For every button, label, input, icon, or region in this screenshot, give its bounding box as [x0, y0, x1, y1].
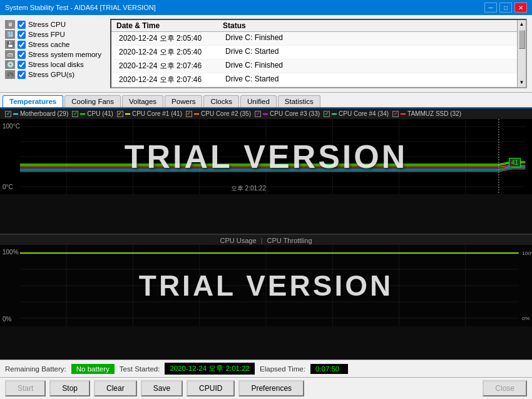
- legend-check-motherboard[interactable]: ✓: [5, 111, 11, 117]
- cpu-throttling-label: CPU Throttling: [267, 237, 312, 244]
- stress-fpu-label: Stress FPU: [28, 31, 65, 38]
- scroll-down-arrow[interactable]: ▼: [519, 78, 524, 87]
- temp-x-time: 오후 2:01:22: [231, 184, 266, 193]
- legend-dot-core4: [332, 113, 337, 115]
- cpu-y-top: 100%: [3, 249, 19, 256]
- log-datetime-0: 2020-12-24 오후 2:05:40: [116, 33, 223, 44]
- tab-cooling-fans[interactable]: Cooling Fans: [64, 95, 121, 107]
- disk-icon: 💿: [5, 60, 15, 69]
- elapsed-value: 0:07:50: [310, 364, 348, 374]
- battery-value: No battery: [71, 364, 115, 374]
- stress-cpu-checkbox[interactable]: [18, 21, 26, 29]
- legend-dot-cpu: [80, 113, 85, 115]
- preferences-button[interactable]: Preferences: [238, 380, 304, 396]
- stress-gpu-label: Stress GPU(s): [28, 71, 74, 78]
- temp-value-badge: 41: [509, 158, 521, 167]
- pipe-separator: |: [261, 237, 265, 244]
- tab-unified[interactable]: Unified: [240, 95, 277, 107]
- tab-clocks[interactable]: Clocks: [203, 95, 239, 107]
- stress-memory-label: Stress system memory: [28, 51, 101, 58]
- elapsed-label: Elapsed Time:: [260, 365, 305, 373]
- legend-motherboard: ✓ Motherboard (29): [5, 110, 68, 117]
- minimize-button[interactable]: ─: [484, 3, 497, 13]
- log-area: Date & Time Status 2020-12-24 오후 2:05:40…: [110, 19, 527, 88]
- maximize-button[interactable]: □: [499, 3, 512, 13]
- scroll-thumb[interactable]: [519, 30, 525, 49]
- log-datetime-1: 2020-12-24 오후 2:05:40: [116, 46, 223, 58]
- legend-check-core4[interactable]: ✓: [324, 111, 330, 117]
- battery-label: Remaining Battery:: [5, 365, 66, 373]
- tab-powers[interactable]: Powers: [165, 95, 202, 107]
- legend-check-core3[interactable]: ✓: [255, 111, 261, 117]
- cpuid-button[interactable]: CPUID: [187, 380, 235, 396]
- stress-disks-label: Stress local disks: [28, 61, 84, 68]
- stop-button[interactable]: Stop: [49, 380, 90, 396]
- legend-label-core3: CPU Core #3 (33): [270, 110, 320, 117]
- gpu-icon: 🎮: [5, 70, 15, 79]
- svg-text:0%: 0%: [522, 316, 530, 321]
- legend-dot-core1: [125, 113, 130, 115]
- stress-gpu-checkbox[interactable]: [18, 71, 26, 79]
- legend-check-ssd[interactable]: ✓: [392, 111, 399, 117]
- stress-gpu-item: 🎮 Stress GPU(s): [5, 70, 105, 79]
- legend-ssd: ✓ TAMMUZ SSD (32): [392, 110, 461, 117]
- top-section: 🖥 Stress CPU 🔢 Stress FPU 💾 Stress cache…: [0, 15, 532, 93]
- test-started-label: Test Started:: [120, 365, 160, 373]
- stress-cache-checkbox[interactable]: [18, 41, 26, 49]
- tab-statistics[interactable]: Statistics: [278, 95, 320, 107]
- log-row-2: 2020-12-24 오후 2:07:46 Drive C: Finished: [111, 60, 517, 73]
- legend-label-motherboard: Motherboard (29): [20, 110, 68, 117]
- log-datetime-3: 2020-12-24 오후 2:07:46: [116, 74, 223, 86]
- log-status-1: Drive C: Started: [223, 46, 348, 58]
- legend-check-cpu[interactable]: ✓: [72, 111, 78, 117]
- legend-cpu: ✓ CPU (41): [72, 110, 113, 117]
- scroll-up-arrow[interactable]: ▲: [519, 20, 524, 29]
- cpu-chart-title: CPU Usage | CPU Throttling: [0, 235, 532, 245]
- memory-icon: 🗃: [5, 50, 15, 59]
- stress-cache-label: Stress cache: [28, 41, 69, 48]
- close-button[interactable]: Close: [483, 380, 527, 396]
- charts-area: ✓ Motherboard (29) ✓ CPU (41) ✓ CPU Core…: [0, 108, 532, 360]
- log-status-2: Drive C: Finished: [223, 60, 348, 72]
- legend-label-core1: CPU Core #1 (41): [132, 110, 182, 117]
- log-status-0: Drive C: Finished: [223, 33, 348, 44]
- close-button[interactable]: ✕: [514, 3, 527, 13]
- legend-cpu-core1: ✓ CPU Core #1 (41): [117, 110, 182, 117]
- tab-temperatures[interactable]: Temperatures: [3, 95, 63, 107]
- stress-cache-item: 💾 Stress cache: [5, 40, 105, 49]
- legend-dot-core2: [194, 113, 199, 115]
- titlebar-title: System Stability Test - AIDA64 [TRIAL VE…: [5, 4, 156, 11]
- legend-check-core2[interactable]: ✓: [186, 111, 192, 117]
- cpu-icon: 🖥: [5, 20, 15, 29]
- legend-check-core1[interactable]: ✓: [117, 111, 123, 117]
- legend-label-core4: CPU Core #4 (34): [339, 110, 389, 117]
- log-scrollbar[interactable]: ▲ ▼: [517, 20, 526, 87]
- stress-memory-checkbox[interactable]: [18, 51, 26, 59]
- cache-icon: 💾: [5, 40, 15, 49]
- tabs-bar: Temperatures Cooling Fans Voltages Power…: [0, 94, 532, 108]
- stress-fpu-checkbox[interactable]: [18, 31, 26, 39]
- clear-button[interactable]: Clear: [94, 380, 137, 396]
- toolbar: Start Stop Clear Save CPUID Preferences …: [0, 377, 532, 399]
- tab-voltages[interactable]: Voltages: [122, 95, 163, 107]
- stress-disks-checkbox[interactable]: [18, 61, 26, 69]
- legend-label-core2: CPU Core #2 (35): [201, 110, 251, 117]
- stress-memory-item: 🗃 Stress system memory: [5, 50, 105, 59]
- start-button[interactable]: Start: [5, 380, 46, 396]
- legend-dot-ssd: [401, 113, 406, 115]
- legend-dot-core3: [263, 113, 268, 115]
- titlebar: System Stability Test - AIDA64 [TRIAL VE…: [0, 0, 532, 15]
- test-started-value: 2020-12-24 오후 2:01:22: [165, 363, 255, 375]
- stress-options: 🖥 Stress CPU 🔢 Stress FPU 💾 Stress cache…: [5, 19, 105, 88]
- stress-cpu-item: 🖥 Stress CPU: [5, 20, 105, 29]
- temp-chart-legend: ✓ Motherboard (29) ✓ CPU (41) ✓ CPU Core…: [0, 108, 532, 119]
- stress-cpu-label: Stress CPU: [28, 21, 66, 28]
- save-button[interactable]: Save: [141, 380, 183, 396]
- main-window: 🖥 Stress CPU 🔢 Stress FPU 💾 Stress cache…: [0, 15, 532, 399]
- temp-chart-grid: TRIAL VERSION 100°C 0°C 오후 2:01:22 41: [0, 119, 532, 194]
- log-header: Date & Time Status: [111, 20, 517, 32]
- cpu-chart: CPU Usage | CPU Throttling: [0, 235, 532, 360]
- legend-cpu-core3: ✓ CPU Core #3 (33): [255, 110, 320, 117]
- log-row-0: 2020-12-24 오후 2:05:40 Drive C: Finished: [111, 32, 517, 46]
- svg-text:100%: 100%: [522, 251, 532, 256]
